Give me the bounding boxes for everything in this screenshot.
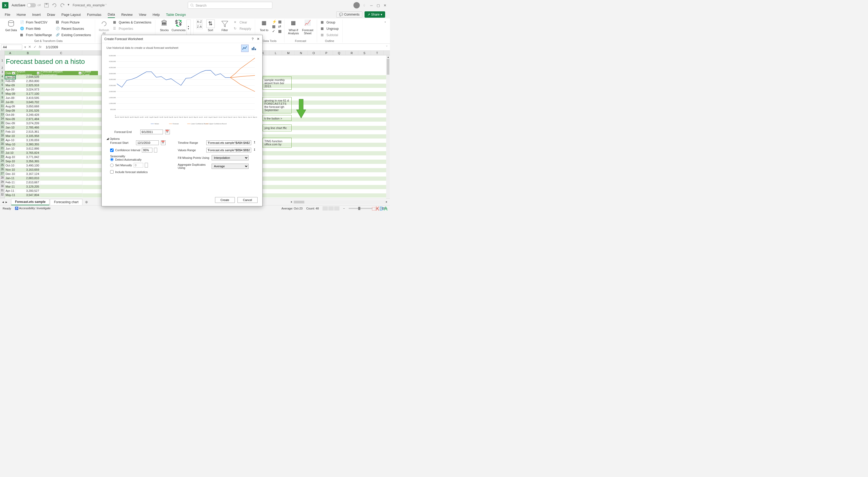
forecast-cell[interactable] — [40, 147, 83, 151]
from-web-button[interactable]: 🌐From Web — [19, 26, 53, 32]
col-header[interactable]: A — [5, 50, 16, 55]
row-header[interactable]: 18 — [0, 134, 4, 138]
filename[interactable]: Forecast_ets_example — [73, 3, 104, 7]
tab-data[interactable]: Data — [108, 11, 115, 18]
forecast-cell[interactable] — [40, 122, 83, 126]
queries-connections-button[interactable]: ▦Queries & Connections — [112, 20, 152, 25]
comments-button[interactable]: 💬 Comments — [336, 11, 363, 18]
confidence-interval-checkbox[interactable]: Confidence Interval — [110, 148, 167, 152]
dialog-titlebar[interactable]: Create Forecast Worksheet ? ✕ — [102, 35, 262, 43]
date-cell[interactable]: Feb-11 — [5, 181, 16, 185]
value-cell[interactable]: 3,163,659 — [16, 168, 40, 172]
col-header[interactable]: N — [295, 50, 307, 55]
row-header[interactable]: 15 — [0, 121, 4, 125]
date-cell[interactable]: Jan-11 — [5, 176, 16, 181]
table-header-cell[interactable]: Forecast (Airport Passengers)▾ — [40, 71, 83, 75]
table-header-cell[interactable]: Lower Conf — [83, 71, 98, 75]
scroll-right-icon[interactable]: ▸ — [386, 200, 387, 203]
value-cell[interactable]: 3,356,365 — [16, 160, 40, 164]
row-header[interactable]: 7 — [0, 87, 4, 91]
fx-icon[interactable]: fx — [39, 45, 43, 49]
forecast-cell[interactable] — [40, 172, 83, 176]
col-header[interactable]: C — [40, 50, 83, 55]
date-cell[interactable]: Jan-09 — [5, 75, 16, 79]
tab-file[interactable]: File — [5, 11, 10, 18]
name-box-dropdown-icon[interactable]: ▾ — [24, 45, 26, 49]
from-picture-button[interactable]: 🖼From Picture — [55, 20, 92, 25]
row-header[interactable]: 14 — [0, 116, 4, 121]
value-cell[interactable]: 2,644,539 — [16, 75, 40, 79]
detect-automatically-radio[interactable]: Detect Automatically — [110, 158, 167, 161]
row-header[interactable]: 3 — [0, 70, 4, 74]
tab-insert[interactable]: Insert — [32, 11, 41, 18]
value-cell[interactable]: 2,610,667 — [16, 181, 40, 185]
sheet-nav-next-icon[interactable]: ▸ — [5, 200, 7, 204]
collapse-ribbon-button[interactable]: ˅ — [383, 20, 388, 42]
forecast-cell[interactable] — [40, 143, 83, 147]
subtotal-button[interactable]: ▦Subtotal — [320, 32, 340, 38]
ungroup-button[interactable]: ▦Ungroup — [320, 26, 340, 32]
col-header[interactable]: P — [320, 50, 333, 55]
date-cell[interactable]: May-09 — [5, 92, 16, 96]
forecast-cell[interactable] — [40, 88, 83, 92]
include-stats-checkbox[interactable]: Include forecast statistics — [110, 170, 167, 174]
enter-formula-icon[interactable]: ✓ — [34, 45, 38, 49]
value-cell[interactable]: 3,105,958 — [16, 134, 40, 138]
dialog-close-button[interactable]: ✕ — [257, 37, 260, 41]
date-cell[interactable]: Jan-10 — [5, 126, 16, 130]
row-header[interactable]: 4 — [0, 74, 4, 79]
values-range-input[interactable] — [206, 148, 251, 152]
date-cell[interactable]: Aug-10 — [5, 156, 16, 160]
maximize-button[interactable]: ▢ — [376, 3, 381, 8]
forecast-cell[interactable] — [40, 134, 83, 138]
col-header[interactable]: B — [16, 50, 40, 55]
dialog-help-button[interactable]: ? — [252, 37, 254, 41]
forecast-cell[interactable] — [40, 189, 83, 193]
currencies-button[interactable]: 💱Currencies — [172, 20, 185, 32]
stocks-button[interactable]: 🏛Stocks — [158, 20, 170, 32]
forecast-cell[interactable] — [40, 83, 83, 88]
forecast-cell[interactable] — [40, 176, 83, 181]
page-layout-view-button[interactable] — [328, 206, 334, 210]
date-cell[interactable]: Mar-09 — [5, 83, 16, 88]
value-cell[interactable]: 3,380,355 — [16, 143, 40, 147]
autosave-control[interactable]: AutoSave Off — [11, 3, 41, 7]
radio-input[interactable] — [110, 164, 114, 167]
forecast-cell[interactable] — [40, 185, 83, 189]
date-picker-button[interactable]: 📅 — [161, 140, 166, 145]
value-cell[interactable]: 3,074,209 — [16, 122, 40, 126]
scroll-up-icon[interactable]: ▴ — [386, 56, 390, 58]
col-header[interactable]: R — [345, 50, 358, 55]
forecast-cell[interactable] — [40, 193, 83, 198]
row-header[interactable]: 24 — [0, 159, 4, 163]
row-header[interactable]: 26 — [0, 167, 4, 171]
set-manually-radio[interactable]: Set Manually — [110, 163, 167, 168]
row-header[interactable]: 25 — [0, 163, 4, 167]
value-cell[interactable]: 2,785,466 — [16, 126, 40, 130]
row-header[interactable]: 17 — [0, 129, 4, 134]
value-cell[interactable]: 3,249,428 — [16, 113, 40, 117]
text-to-columns-button[interactable]: ▦Text to — [258, 20, 271, 32]
date-cell[interactable]: Dec-10 — [5, 172, 16, 176]
share-button[interactable]: ↗ Share ▾ — [365, 11, 385, 18]
date-cell[interactable]: Jul-09 — [5, 101, 16, 105]
row-header[interactable]: 11 — [0, 104, 4, 108]
row-header[interactable]: 19 — [0, 138, 4, 142]
table-header-cell[interactable]: Date▾ — [5, 71, 16, 75]
range-selector-button[interactable]: ↥ — [253, 141, 257, 145]
col-header[interactable]: T — [371, 50, 383, 55]
line-chart-type-button[interactable] — [241, 44, 249, 52]
row-header[interactable]: 28 — [0, 176, 4, 180]
value-cell[interactable]: 3,490,100 — [16, 164, 40, 168]
forecast-cell[interactable] — [40, 181, 83, 185]
forecast-cell[interactable] — [40, 109, 83, 113]
sheet-tab[interactable]: Forecasting chart — [50, 199, 83, 205]
row-header[interactable]: 27 — [0, 171, 4, 176]
relationships-button[interactable]: ⇄ — [278, 24, 282, 29]
tab-view[interactable]: View — [139, 11, 146, 18]
clear-button[interactable]: ✕Clear — [233, 20, 252, 25]
forecast-start-input[interactable] — [136, 140, 159, 145]
date-cell[interactable]: May-11 — [5, 193, 16, 198]
col-header[interactable]: Q — [333, 50, 345, 55]
row-header[interactable]: 1 — [0, 56, 4, 66]
